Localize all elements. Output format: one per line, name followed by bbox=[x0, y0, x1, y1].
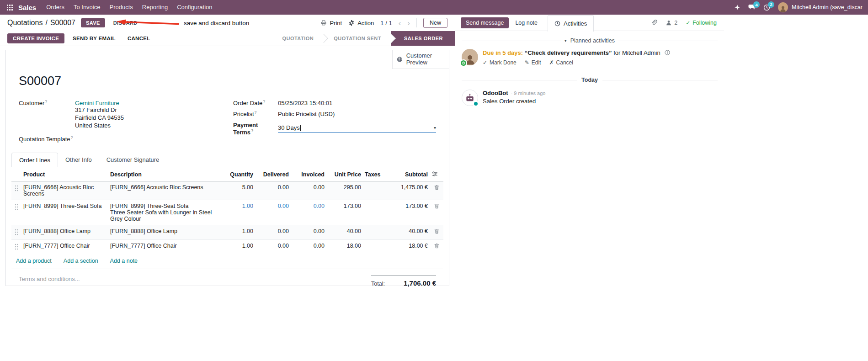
menu-reporting[interactable]: Reporting bbox=[138, 0, 172, 15]
step-sales-order[interactable]: SALES ORDER bbox=[391, 31, 455, 46]
breadcrumb-quotations[interactable]: Quotations bbox=[7, 19, 43, 27]
log-note-button[interactable]: Log note bbox=[511, 17, 542, 28]
menu-products[interactable]: Products bbox=[105, 0, 137, 15]
customer-link[interactable]: Gemini Furniture bbox=[75, 100, 119, 106]
pager-next-icon[interactable]: › bbox=[407, 19, 410, 27]
cell-unit-price[interactable]: 295.00 bbox=[326, 181, 363, 200]
followers-button[interactable]: 2 bbox=[666, 20, 677, 26]
user-menu[interactable]: Mitchell Admin (save_discar bbox=[778, 2, 863, 12]
drag-handle-icon[interactable] bbox=[11, 225, 21, 240]
action-menu-button[interactable]: Action bbox=[348, 20, 374, 27]
send-message-button[interactable]: Send message bbox=[461, 17, 509, 28]
add-a-section-link[interactable]: Add a section bbox=[64, 258, 98, 264]
new-button[interactable]: New bbox=[423, 18, 447, 28]
cell-description[interactable]: [FURN_8999] Three-Seat SofaThree Seater … bbox=[108, 200, 221, 225]
customer-field[interactable]: Gemini Furniture 317 Fairchild Dr Fairfi… bbox=[75, 100, 124, 130]
attachments-icon[interactable] bbox=[650, 19, 657, 26]
cell-invoiced[interactable]: 0.00 bbox=[291, 225, 326, 240]
globe-icon bbox=[397, 56, 403, 63]
following-toggle[interactable]: ✓ Following bbox=[686, 20, 717, 26]
date-divider-label: Today bbox=[581, 77, 598, 83]
mark-done-button[interactable]: ✓Mark Done bbox=[483, 59, 517, 66]
cell-description[interactable]: [FURN_7777] Office Chair bbox=[108, 240, 221, 255]
cancel-activity-button[interactable]: ✗Cancel bbox=[549, 59, 573, 66]
cell-invoiced[interactable]: 0.00 bbox=[291, 240, 326, 255]
terms-and-conditions-placeholder[interactable]: Terms and conditions... bbox=[19, 276, 80, 282]
cell-product[interactable]: [FURN_8888] Office Lamp bbox=[21, 225, 108, 240]
print-button[interactable]: Print bbox=[320, 20, 342, 27]
cell-delivered[interactable]: 0.00 bbox=[255, 240, 291, 255]
create-invoice-button[interactable]: CREATE INVOICE bbox=[7, 33, 64, 43]
cell-taxes[interactable] bbox=[363, 240, 384, 255]
activities-tab[interactable]: Activities bbox=[548, 15, 594, 32]
app-name[interactable]: Sales bbox=[16, 4, 42, 11]
payment-terms-field[interactable]: 30 Days ▾ bbox=[278, 124, 436, 133]
menu-to-invoice[interactable]: To Invoice bbox=[69, 0, 105, 15]
edit-activity-button[interactable]: ✎Edit bbox=[525, 59, 541, 66]
sparkle-icon[interactable] bbox=[734, 4, 740, 11]
cell-description[interactable]: [FURN_6666] Acoustic Bloc Screens bbox=[108, 181, 221, 200]
breadcrumb-separator: / bbox=[45, 19, 47, 27]
add-a-note-link[interactable]: Add a note bbox=[110, 258, 138, 264]
cell-delivered[interactable]: 0.00 bbox=[255, 200, 291, 225]
cell-quantity[interactable]: 1.00 bbox=[221, 200, 255, 225]
save-button[interactable]: SAVE bbox=[81, 18, 105, 27]
cell-invoiced[interactable]: 0.00 bbox=[291, 200, 326, 225]
activity-clock-icon[interactable]: 2 bbox=[763, 4, 770, 11]
info-icon[interactable] bbox=[665, 50, 670, 57]
add-a-product-link[interactable]: Add a product bbox=[16, 258, 52, 264]
messages-icon[interactable]: 4 bbox=[748, 4, 756, 11]
odoobot-avatar bbox=[462, 90, 478, 106]
planned-activities-label: Planned activities bbox=[570, 37, 615, 44]
tab-customer-signature[interactable]: Customer Signature bbox=[99, 153, 167, 167]
messages-count-badge: 4 bbox=[753, 1, 760, 8]
cell-quantity[interactable]: 1.00 bbox=[221, 240, 255, 255]
cancel-button[interactable]: CANCEL bbox=[124, 33, 154, 43]
cell-product[interactable]: [FURN_6666] Acoustic Bloc Screens bbox=[21, 181, 108, 200]
message-author[interactable]: OdooBot bbox=[483, 90, 508, 96]
check-icon: ✓ bbox=[483, 59, 487, 66]
cell-description[interactable]: [FURN_8888] Office Lamp bbox=[108, 225, 221, 240]
pricelist-field[interactable]: Public Pricelist (USD) bbox=[278, 111, 335, 117]
order-date-field[interactable]: 05/25/2023 15:40:01 bbox=[278, 100, 332, 106]
drag-handle-icon[interactable] bbox=[11, 240, 21, 255]
cell-quantity[interactable]: 5.00 bbox=[221, 181, 255, 200]
delete-line-icon[interactable] bbox=[430, 200, 443, 225]
discard-button[interactable]: DISCARD bbox=[111, 18, 140, 27]
drag-handle-icon[interactable] bbox=[11, 200, 21, 225]
customer-preview-button[interactable]: Customer Preview bbox=[392, 50, 449, 69]
cell-delivered[interactable]: 0.00 bbox=[255, 225, 291, 240]
cell-quantity[interactable]: 1.00 bbox=[221, 225, 255, 240]
customer-field-row: Customer? Gemini Furniture 317 Fairchild… bbox=[19, 99, 215, 130]
cell-unit-price[interactable]: 173.00 bbox=[326, 200, 363, 225]
cell-taxes[interactable] bbox=[363, 225, 384, 240]
cell-unit-price[interactable]: 40.00 bbox=[326, 225, 363, 240]
menu-orders[interactable]: Orders bbox=[42, 0, 69, 15]
cell-invoiced[interactable]: 0.00 bbox=[291, 181, 326, 200]
cell-delivered[interactable]: 0.00 bbox=[255, 181, 291, 200]
quotation-template-row: Quotation Template? bbox=[19, 135, 215, 143]
planned-activities-header[interactable]: ▾ Planned activities bbox=[462, 37, 718, 44]
odoobot-badge bbox=[473, 101, 479, 106]
apps-grid-icon[interactable] bbox=[4, 0, 16, 15]
send-by-email-button[interactable]: SEND BY EMAIL bbox=[69, 33, 119, 43]
chatter-panel: Send message Log note Activities 2 bbox=[455, 15, 724, 361]
cell-taxes[interactable] bbox=[363, 200, 384, 225]
step-quotation-sent[interactable]: QUOTATION SENT bbox=[324, 31, 391, 46]
pager-previous-icon[interactable]: ‹ bbox=[399, 19, 401, 27]
step-quotation[interactable]: QUOTATION bbox=[272, 31, 324, 46]
tab-other-info[interactable]: Other Info bbox=[58, 153, 99, 167]
cell-unit-price[interactable]: 18.00 bbox=[326, 240, 363, 255]
delete-line-icon[interactable] bbox=[430, 225, 443, 240]
column-settings-icon[interactable] bbox=[430, 167, 443, 181]
tab-order-lines[interactable]: Order Lines bbox=[11, 153, 58, 167]
cell-taxes[interactable] bbox=[363, 181, 384, 200]
drag-handle-icon[interactable] bbox=[11, 181, 21, 200]
delete-line-icon[interactable] bbox=[430, 181, 443, 200]
pager-counter: 1 / 1 bbox=[380, 20, 392, 27]
menu-configuration[interactable]: Configuration bbox=[172, 0, 217, 15]
delete-line-icon[interactable] bbox=[430, 240, 443, 255]
col-description: Description bbox=[108, 167, 221, 181]
cell-product[interactable]: [FURN_7777] Office Chair bbox=[21, 240, 108, 255]
cell-product[interactable]: [FURN_8999] Three-Seat Sofa bbox=[21, 200, 108, 225]
